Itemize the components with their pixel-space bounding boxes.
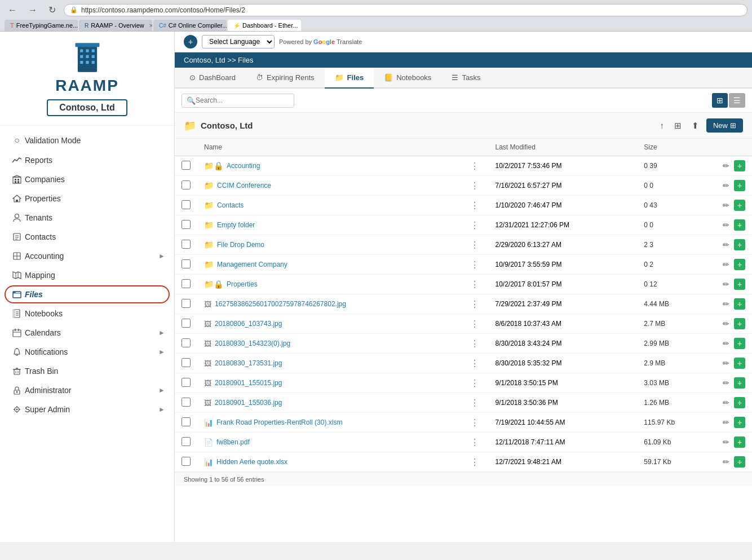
sidebar-item-validation-mode[interactable]: ○ Validation Mode [0,130,174,151]
file-name-link[interactable]: 📁 Contacts [204,201,454,210]
file-name-link[interactable]: 📁🔒 Accounting [204,161,454,170]
row-edit-button[interactable]: ✏ [720,298,732,310]
row-checkbox[interactable] [182,398,191,407]
row-add-button[interactable]: + [734,298,745,310]
tab-expiring-rents[interactable]: ⏱ Expiring Rents [246,68,325,89]
row-more-button[interactable]: ⋮ [468,299,481,310]
row-more-button[interactable]: ⋮ [468,358,481,369]
sidebar-item-properties[interactable]: Properties [0,189,174,208]
row-checkbox[interactable] [182,358,191,367]
language-select[interactable]: Select Language English Spanish French [202,35,275,48]
sidebar-item-reports[interactable]: Reports [0,151,174,170]
row-checkbox[interactable] [182,240,191,249]
row-edit-button[interactable]: ✏ [720,377,732,389]
row-more-button[interactable]: ⋮ [468,180,481,191]
row-edit-button[interactable]: ✏ [720,160,732,171]
row-add-button[interactable]: + [734,318,745,329]
row-edit-button[interactable]: ✏ [720,456,732,468]
row-add-button[interactable]: + [734,279,745,290]
grid-view-button[interactable]: ⊞ [712,93,728,108]
row-more-button[interactable]: ⋮ [468,279,481,290]
sort-button[interactable]: ↑ [657,119,667,132]
row-checkbox[interactable] [182,437,191,446]
sidebar-item-files[interactable]: Files [0,285,174,304]
row-edit-button[interactable]: ✏ [720,338,732,349]
row-edit-button[interactable]: ✏ [720,318,732,329]
row-add-button[interactable]: + [734,436,745,448]
address-bar[interactable]: 🔒 https://contoso.raampdemo.com/contoso/… [64,4,747,16]
sidebar-item-companies[interactable]: Companies [0,170,174,189]
grid-layout-button[interactable]: ⊞ [671,119,684,133]
file-name-link[interactable]: 📁 File Drop Demo [204,240,454,249]
file-name-link[interactable]: 📁🔒 Properties [204,280,454,289]
back-button[interactable]: ← [5,4,20,16]
row-more-button[interactable]: ⋮ [468,398,481,408]
file-name-link[interactable]: 📁 Management Company [204,260,454,269]
row-edit-button[interactable]: ✏ [720,397,732,408]
file-name-link[interactable]: 📄 fw8ben.pdf [204,438,454,447]
sidebar-item-tenants[interactable]: Tenants [0,208,174,227]
row-add-button[interactable]: + [734,377,745,389]
file-name-link[interactable]: 📁 Empty folder [204,221,454,230]
row-more-button[interactable]: ⋮ [468,259,481,270]
row-add-button[interactable]: + [734,219,745,231]
row-checkbox[interactable] [182,259,191,268]
translate-add-button[interactable]: + [184,35,197,48]
new-file-button[interactable]: New ⊞ [706,118,743,133]
file-name-link[interactable]: 🖼 20180901_155015.jpg [204,379,454,387]
search-input[interactable] [196,96,286,104]
row-edit-button[interactable]: ✏ [720,200,732,211]
row-add-button[interactable]: + [734,160,745,171]
row-add-button[interactable]: + [734,417,745,428]
file-name-link[interactable]: 🖼 20180806_103743.jpg [204,320,454,328]
tab-dashboard[interactable]: ⊙ DashBoard [179,68,246,89]
browser-tab-1[interactable]: R RAAMP - Overview ✕ [79,20,152,31]
row-add-button[interactable]: + [734,358,745,369]
upload-button[interactable]: ⬆ [689,119,702,133]
browser-tab-active[interactable]: ⚡ Dashboard - Ether... ✕ [228,20,301,31]
row-add-button[interactable]: + [734,397,745,408]
row-checkbox[interactable] [182,338,191,347]
sidebar-item-trash-bin[interactable]: Trash Bin [0,361,174,381]
row-checkbox[interactable] [182,180,191,189]
tab-tasks[interactable]: ☰ Tasks [441,68,490,89]
sidebar-item-contacts[interactable]: Contacts [0,227,174,246]
file-name-link[interactable]: 🖼 20180901_155036.jpg [204,399,454,407]
file-name-link[interactable]: 📁 CCIM Conference [204,181,454,190]
row-add-button[interactable]: + [734,456,745,468]
row-more-button[interactable]: ⋮ [468,319,481,329]
tab-files[interactable]: 📁 Files [325,68,374,89]
row-more-button[interactable]: ⋮ [468,417,481,428]
row-more-button[interactable]: ⋮ [468,220,481,231]
row-add-button[interactable]: + [734,338,745,349]
file-name-link[interactable]: 🖼 20180830_173531.jpg [204,359,454,368]
row-add-button[interactable]: + [734,259,745,270]
file-name-link[interactable]: 📊 Hidden Aerie quote.xlsx [204,458,454,466]
row-edit-button[interactable]: ✏ [720,279,732,290]
file-name-link[interactable]: 📊 Frank Road Properties-RentRoll (30).xl… [204,418,454,427]
sidebar-item-mapping[interactable]: Mapping [0,266,174,285]
row-edit-button[interactable]: ✏ [720,180,732,191]
row-add-button[interactable]: + [734,180,745,191]
row-more-button[interactable]: ⋮ [468,161,481,171]
row-checkbox[interactable] [182,319,191,328]
file-name-link[interactable]: 🖼 16275838625601700275978746267802.jpg [204,300,454,308]
row-edit-button[interactable]: ✏ [720,358,732,369]
row-checkbox[interactable] [182,279,191,288]
row-more-button[interactable]: ⋮ [468,378,481,389]
row-checkbox[interactable] [182,457,191,466]
row-more-button[interactable]: ⋮ [468,200,481,211]
sidebar-item-notifications[interactable]: Notifications ► [0,342,174,361]
row-checkbox[interactable] [182,200,191,209]
sidebar-item-calendars[interactable]: Calendars ► [0,323,174,342]
row-more-button[interactable]: ⋮ [468,437,481,448]
browser-tab-2[interactable]: C# C# Online Compiler... ✕ [153,20,227,31]
tab-close-1[interactable]: ✕ [149,23,152,29]
refresh-button[interactable]: ↻ [45,3,59,16]
sidebar-item-accounting[interactable]: Accounting ► [0,246,174,266]
file-name-link[interactable]: 🖼 20180830_154323(0).jpg [204,339,454,348]
row-edit-button[interactable]: ✏ [720,436,732,448]
sidebar-item-super-admin[interactable]: Super Admin ► [0,400,174,419]
row-checkbox[interactable] [182,378,191,387]
row-more-button[interactable]: ⋮ [468,240,481,250]
